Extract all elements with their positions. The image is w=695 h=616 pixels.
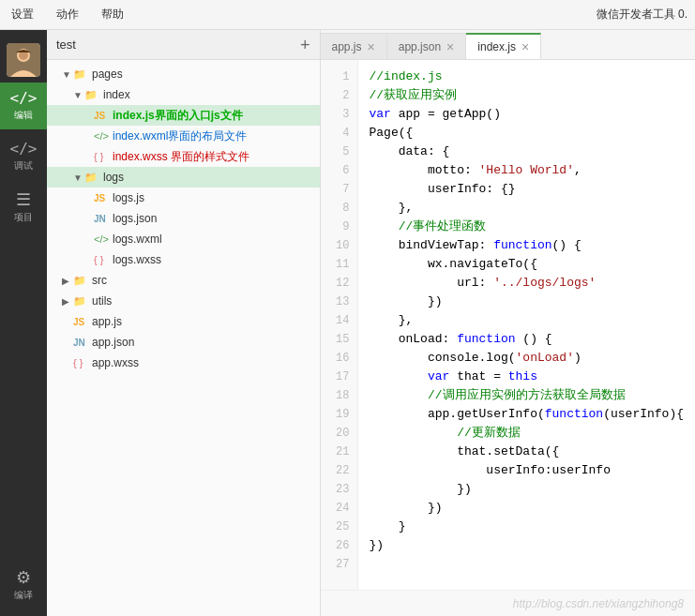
tree-item-logs-js[interactable]: JS logs.js	[47, 188, 320, 208]
tree-item-logs[interactable]: ▼ 📁 logs	[47, 167, 320, 188]
logs-label: logs	[103, 171, 124, 184]
code-line-19: app.getUserInfo(function(userInfo){	[370, 405, 684, 424]
tree-item-logs-wxss[interactable]: { } logs.wxss	[47, 249, 320, 270]
tree-item-index[interactable]: ▼ 📁 index	[47, 84, 320, 105]
wxml-icon-logs: </>	[94, 233, 111, 245]
tab-app-json-label: app.json	[399, 40, 441, 53]
json-icon-app: JN	[73, 337, 90, 348]
tree-item-app-wxss[interactable]: { } app.wxss	[47, 353, 320, 373]
logs-wxml-label: logs.wxml	[113, 233, 162, 246]
sidebar-item-debug[interactable]: </> 调试	[0, 133, 47, 180]
sidebar-item-project[interactable]: ☰ 项目	[0, 184, 47, 231]
menu-actions[interactable]: 动作	[53, 3, 83, 26]
tab-app-json[interactable]: app.json ×	[387, 33, 467, 59]
sidebar-bottom: ⚙ 编译	[0, 562, 47, 616]
project-icon: ☰	[16, 191, 31, 208]
folder-icon-pages: 📁	[73, 68, 90, 81]
arrow-index: ▼	[73, 90, 84, 100]
folder-icon-index: 📁	[84, 89, 101, 101]
menu-bar: 设置 动作 帮助 微信开发者工具 0.	[0, 0, 695, 30]
editor-area: app.js × app.json × index.js × 12345 678…	[321, 30, 695, 616]
code-area[interactable]: //index.js //获取应用实例 var app = getApp() P…	[358, 60, 695, 590]
file-tree-add-button[interactable]: +	[300, 37, 310, 53]
file-tree-content: ▼ 📁 pages ▼ 📁 index JS index.js界面的入口js文件	[47, 60, 320, 616]
logs-json-label: logs.json	[113, 212, 157, 225]
wxss-icon-logs: { }	[94, 254, 111, 265]
avatar[interactable]	[7, 43, 40, 77]
main-container: </> 编辑 </> 调试 ☰ 项目 ⚙ 编译 test + ▼	[0, 30, 695, 616]
arrow-logs: ▼	[73, 173, 84, 183]
sidebar-icons: </> 编辑 </> 调试 ☰ 项目 ⚙ 编译	[0, 30, 47, 616]
editor-tabs: app.js × app.json × index.js ×	[321, 30, 695, 60]
sidebar-project-label: 项目	[14, 211, 33, 224]
code-line-16: console.log('onLoad')	[370, 349, 684, 368]
tree-item-src[interactable]: ▶ 📁 src	[47, 270, 320, 291]
wxml-icon-index: </>	[94, 130, 111, 142]
menu-settings[interactable]: 设置	[8, 3, 38, 26]
code-line-24: })	[370, 499, 684, 518]
watermark-text: http://blog.csdn.net/xiangzhihong8	[513, 597, 684, 610]
folder-icon-logs: 📁	[84, 172, 101, 184]
wxss-icon-app: { }	[73, 357, 90, 368]
code-line-9: //事件处理函数	[370, 218, 684, 236]
code-line-5: data: {	[370, 143, 684, 161]
sidebar-debug-label: 调试	[14, 159, 33, 173]
folder-icon-utils: 📁	[73, 295, 90, 308]
tree-item-logs-json[interactable]: JN logs.json	[47, 208, 320, 229]
code-line-15: onLoad: function () {	[370, 330, 684, 349]
tab-app-json-close[interactable]: ×	[446, 40, 454, 53]
tab-index-js-label: index.js	[477, 40, 516, 53]
tree-item-index-wxss[interactable]: { } index.wxss 界面的样式文件	[47, 146, 320, 167]
tree-item-pages[interactable]: ▼ 📁 pages	[47, 64, 320, 84]
code-line-2: //获取应用实例	[370, 86, 684, 105]
code-line-25: }	[370, 518, 684, 536]
tree-item-index-js[interactable]: JS index.js界面的入口js文件	[47, 105, 320, 126]
tree-item-logs-wxml[interactable]: </> logs.wxml	[47, 229, 320, 249]
menu-left: 设置 动作 帮助	[8, 3, 128, 26]
sidebar-item-edit[interactable]: </> 编辑	[0, 83, 47, 129]
tab-app-js-close[interactable]: ×	[368, 40, 375, 53]
code-line-7: userInfo: {}	[370, 180, 684, 199]
code-line-14: },	[370, 311, 684, 330]
tab-index-js-close[interactable]: ×	[521, 40, 529, 53]
code-line-8: },	[370, 199, 684, 218]
js-icon-logs: JS	[94, 192, 111, 203]
tree-item-app-js[interactable]: JS app.js	[47, 311, 320, 332]
tab-index-js[interactable]: index.js ×	[466, 33, 541, 59]
index-wxss-label: index.wxss 界面的样式文件	[113, 149, 249, 165]
code-line-1: //index.js	[370, 68, 684, 86]
code-line-18: //调用应用实例的方法获取全局数据	[370, 386, 684, 405]
tab-app-js-label: app.js	[332, 40, 362, 53]
tree-item-app-json[interactable]: JN app.json	[47, 332, 320, 353]
tree-item-utils[interactable]: ▶ 📁 utils	[47, 291, 320, 311]
menu-right-title: 微信开发者工具 0.	[597, 7, 687, 23]
js-icon-index: JS	[94, 110, 111, 121]
logs-wxss-label: logs.wxss	[113, 253, 161, 266]
pages-label: pages	[92, 68, 123, 81]
code-line-20: //更新数据	[370, 424, 684, 443]
code-icon: </>	[10, 91, 38, 106]
code-line-6: motto: 'Hello World',	[370, 161, 684, 180]
index-js-label: index.js界面的入口js文件	[113, 108, 243, 124]
code-line-17: var that = this	[370, 368, 684, 386]
menu-help[interactable]: 帮助	[98, 3, 128, 26]
code-line-11: wx.navigateTo({	[370, 255, 684, 274]
file-tree-panel: test + ▼ 📁 pages ▼ 📁 index JS	[47, 30, 321, 616]
src-label: src	[92, 274, 107, 287]
editor-footer: http://blog.csdn.net/xiangzhihong8	[321, 590, 695, 616]
tab-app-js[interactable]: app.js ×	[321, 33, 387, 59]
code-line-27	[370, 555, 684, 574]
editor-content: 12345 678910 1112131415 1617181920 21222…	[321, 60, 695, 590]
sidebar-compile-label: 编译	[14, 589, 33, 602]
code-line-23: })	[370, 480, 684, 499]
code-line-10: bindViewTap: function() {	[370, 236, 684, 255]
sidebar-edit-label: 编辑	[14, 109, 33, 122]
line-numbers: 12345 678910 1112131415 1617181920 21222…	[321, 60, 358, 590]
tree-item-index-wxml[interactable]: </> index.wxml界面的布局文件	[47, 126, 320, 146]
logs-js-label: logs.js	[113, 191, 144, 204]
js-icon-app: JS	[73, 316, 90, 327]
sidebar-item-compile[interactable]: ⚙ 编译	[0, 562, 47, 608]
code-line-3: var app = getApp()	[370, 105, 684, 124]
arrow-pages: ▼	[62, 69, 73, 80]
index-label: index	[103, 88, 130, 101]
